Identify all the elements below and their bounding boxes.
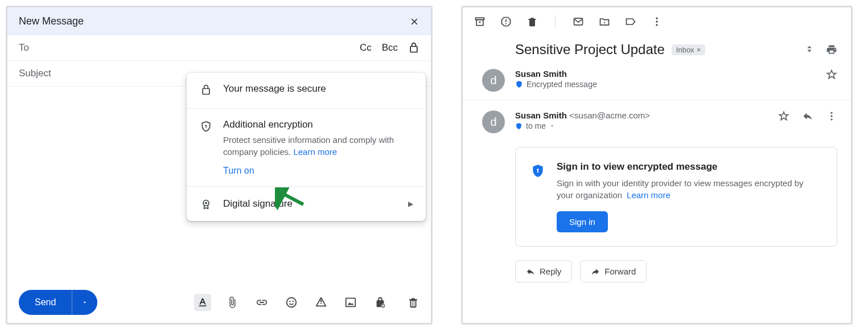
subject-line: Sensitive Project Update Inbox × — [463, 36, 851, 63]
shield-icon — [515, 80, 523, 88]
secure-title: Your message is secure — [223, 83, 413, 95]
shield-icon — [515, 122, 523, 130]
encryption-desc: Protect sensitive information and comply… — [223, 134, 413, 158]
svg-point-17 — [830, 115, 832, 117]
mark-unread-icon[interactable] — [573, 16, 584, 27]
chevron-right-icon: ▶ — [408, 200, 413, 208]
signin-desc: Sign in with your identity provider to v… — [557, 177, 822, 201]
format-icon[interactable] — [194, 294, 211, 311]
svg-point-7 — [293, 301, 294, 302]
svg-point-16 — [830, 112, 832, 114]
reply-icon[interactable] — [802, 110, 813, 122]
svg-rect-20 — [537, 170, 538, 173]
svg-point-15 — [656, 24, 657, 26]
reply-forward-row: Reply Forward — [515, 260, 851, 282]
link-icon[interactable] — [253, 294, 270, 311]
label-icon[interactable] — [625, 16, 636, 27]
encryption-title: Additional encryption — [223, 119, 413, 130]
turn-on-button[interactable]: Turn on — [223, 166, 413, 176]
svg-point-13 — [656, 18, 657, 19]
close-icon[interactable] — [409, 17, 419, 27]
avatar: d — [482, 69, 505, 92]
more-icon[interactable] — [826, 110, 837, 122]
sender-name: Susan Smith — [515, 69, 816, 79]
digital-signature-row[interactable]: Digital signature ▶ — [187, 187, 426, 221]
discard-icon[interactable] — [407, 296, 419, 309]
svg-point-14 — [656, 21, 657, 22]
confidential-icon[interactable] — [372, 294, 389, 311]
send-button-main[interactable]: Send — [19, 290, 72, 315]
message-header-row: d Susan Smith <susan@acme.com> to me — [463, 100, 851, 133]
to-label: To — [19, 42, 29, 54]
svg-point-3 — [205, 202, 207, 204]
drive-icon[interactable] — [312, 294, 330, 311]
badge-icon — [199, 197, 213, 211]
to-me-label: to me — [526, 121, 546, 130]
svg-point-18 — [830, 118, 832, 120]
toolbar-divider — [555, 15, 556, 28]
learn-more-link[interactable]: Learn more — [293, 147, 337, 157]
security-popup: Your message is secure Additional encryp… — [187, 73, 426, 221]
star-icon[interactable] — [778, 110, 789, 122]
print-icon[interactable] — [826, 44, 837, 55]
svg-rect-8 — [346, 298, 356, 307]
delete-icon[interactable] — [526, 16, 538, 27]
encryption-row: Additional encryption Protect sensitive … — [187, 109, 426, 187]
message-reader: Sensitive Project Update Inbox × d Susan… — [461, 6, 853, 325]
to-field-row[interactable]: To Cc Bcc — [7, 35, 431, 61]
spam-icon[interactable] — [500, 16, 512, 27]
reply-button[interactable]: Reply — [515, 260, 572, 282]
star-icon[interactable] — [826, 69, 837, 80]
thread-summary-row[interactable]: d Susan Smith Encrypted message — [463, 63, 851, 100]
compose-footer: Send — [7, 282, 431, 323]
secure-row: Your message is secure — [187, 73, 426, 109]
compose-window: New Message To Cc Bcc Subject Your messa… — [6, 6, 433, 325]
shield-icon — [199, 119, 213, 133]
forward-button[interactable]: Forward — [580, 260, 647, 282]
cc-button[interactable]: Cc — [360, 42, 372, 54]
archive-icon[interactable] — [474, 16, 486, 27]
attach-icon[interactable] — [224, 294, 241, 311]
sender-name: Susan Smith — [515, 110, 567, 120]
bcc-button[interactable]: Bcc — [382, 42, 398, 54]
more-icon[interactable] — [651, 16, 663, 27]
message-subject: Sensitive Project Update — [515, 42, 665, 58]
svg-rect-1 — [205, 126, 206, 128]
svg-point-6 — [289, 301, 290, 302]
sender-email: <susan@acme.com> — [569, 110, 650, 120]
image-icon[interactable] — [342, 294, 359, 311]
inbox-chip[interactable]: Inbox × — [672, 44, 705, 55]
compose-title: New Message — [19, 15, 84, 27]
shield-icon — [530, 162, 545, 179]
subject-placeholder: Subject — [19, 68, 51, 79]
avatar: d — [482, 110, 505, 133]
send-more-button[interactable] — [72, 290, 97, 315]
expand-icon[interactable] — [804, 44, 814, 55]
encrypted-signin-box: Sign in to view encrypted message Sign i… — [515, 147, 837, 247]
move-to-icon[interactable] — [599, 16, 610, 27]
reader-toolbar — [463, 7, 851, 36]
signin-button[interactable]: Sign in — [557, 211, 608, 232]
compose-toolbar — [194, 294, 389, 311]
svg-point-5 — [287, 298, 297, 308]
digital-signature-label: Digital signature — [223, 198, 293, 210]
details-dropdown-icon[interactable] — [549, 123, 555, 129]
signin-title: Sign in to view encrypted message — [557, 161, 822, 173]
lock-icon — [199, 83, 213, 96]
learn-more-link[interactable]: Learn more — [627, 190, 670, 200]
send-button[interactable]: Send — [19, 290, 97, 315]
chip-remove-icon[interactable]: × — [697, 46, 701, 54]
emoji-icon[interactable] — [283, 294, 300, 311]
compose-header: New Message — [7, 7, 431, 35]
encrypted-label: Encrypted message — [526, 80, 597, 89]
lock-icon[interactable] — [408, 42, 419, 54]
